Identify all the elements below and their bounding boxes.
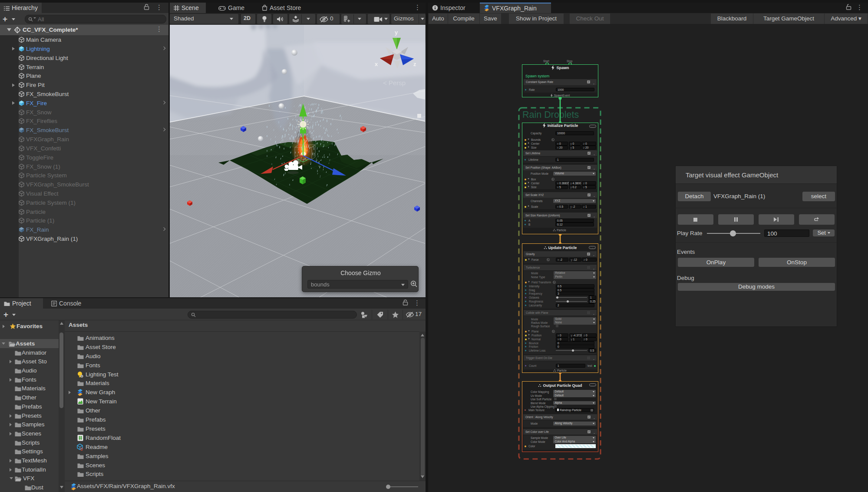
svg-text:z: z — [413, 61, 416, 67]
svg-text:Start: Start — [543, 60, 549, 63]
svg-text:y: y — [395, 29, 398, 36]
svg-text:Stop: Stop — [567, 60, 573, 63]
svg-text:< Persp: < Persp — [383, 79, 406, 86]
svg-text:Rain Droplets: Rain Droplets — [522, 110, 579, 120]
svg-text:(): () — [80, 447, 83, 451]
svg-text:x: x — [375, 61, 378, 67]
